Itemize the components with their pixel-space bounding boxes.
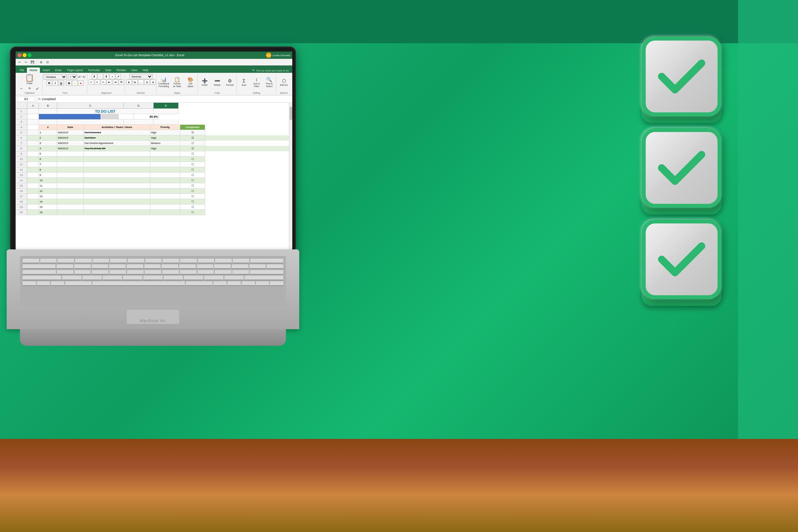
key[interactable] <box>180 270 196 274</box>
window-minimize-btn[interactable] <box>23 53 26 57</box>
key[interactable] <box>128 259 144 263</box>
sum-button[interactable]: Σ Sum <box>238 74 250 91</box>
cell-e11[interactable] <box>150 162 180 167</box>
font-name-select[interactable]: Verdana <box>43 74 67 79</box>
cell-b15[interactable]: 11 <box>39 183 57 189</box>
key[interactable] <box>197 264 213 269</box>
key[interactable] <box>127 264 143 269</box>
cell-f8[interactable]: ☑ <box>180 146 205 151</box>
fill-color-button[interactable]: A <box>72 80 77 86</box>
cell-a18[interactable] <box>27 199 39 205</box>
cell-b13[interactable]: 9 <box>39 173 57 178</box>
cell-b8[interactable]: 4 <box>39 146 57 151</box>
key[interactable] <box>109 264 126 269</box>
cell-f18[interactable]: ☐ <box>180 199 205 205</box>
key[interactable] <box>198 259 214 263</box>
cell-a10[interactable] <box>27 157 39 162</box>
key[interactable] <box>75 270 91 274</box>
font-size-select[interactable]: 9 <box>68 74 77 79</box>
key-backspace[interactable] <box>250 259 283 263</box>
format-as-table-button[interactable]: 📋 Format as Table <box>171 74 183 91</box>
laptop-screen[interactable]: Excel-To-Do-List-Template-Checklist_v1.x… <box>16 52 292 250</box>
key[interactable] <box>123 276 142 280</box>
key[interactable] <box>57 264 73 269</box>
cell-b7[interactable]: 3 <box>39 141 57 146</box>
cell-d14[interactable] <box>84 178 150 183</box>
key[interactable] <box>75 259 92 263</box>
cell-b20[interactable]: 16 <box>39 210 57 215</box>
increase-indent-btn[interactable]: ⇥ <box>113 79 118 85</box>
cell-f15[interactable]: ☐ <box>180 183 205 189</box>
cell-a17[interactable] <box>27 194 39 199</box>
cell-d17[interactable] <box>84 194 150 199</box>
cell-f19[interactable]: ☐ <box>180 205 205 210</box>
tab-review[interactable]: Review <box>114 68 129 73</box>
increase-decimal-btn[interactable]: .0 <box>144 79 150 85</box>
cell-f13[interactable]: ☐ <box>180 173 205 178</box>
key-fn[interactable] <box>37 281 50 286</box>
cell-b18[interactable]: 14 <box>39 199 57 205</box>
cell-e9[interactable] <box>150 151 180 157</box>
tab-help[interactable]: Help <box>140 68 151 73</box>
border-button[interactable]: ⊞ <box>66 80 72 86</box>
cell-c2-empty[interactable] <box>100 114 119 119</box>
redo-btn[interactable]: ↪ <box>23 59 28 65</box>
cell-a19[interactable] <box>27 205 39 210</box>
scroll-thumb[interactable] <box>290 107 292 120</box>
cell-c13[interactable] <box>57 173 84 178</box>
format-painter-button[interactable]: 🖌 <box>34 86 41 91</box>
cell-c12[interactable] <box>57 167 84 173</box>
cell-b16[interactable]: 12 <box>39 189 57 194</box>
cell-a2[interactable] <box>27 114 39 119</box>
key-cmd-l[interactable] <box>65 281 92 286</box>
key[interactable] <box>215 259 232 263</box>
key[interactable] <box>164 276 183 280</box>
save-btn[interactable]: 💾 <box>30 59 35 65</box>
merge-center-btn[interactable]: ⊡ <box>119 79 124 85</box>
touch-mode-btn[interactable]: ⊟ <box>45 59 50 65</box>
col-header-a[interactable]: A <box>27 103 39 109</box>
cell-d15[interactable] <box>84 183 150 189</box>
cell-d20[interactable] <box>84 210 150 215</box>
cell-e13[interactable] <box>150 173 180 178</box>
cell-b19[interactable]: 15 <box>39 205 57 210</box>
cell-c3[interactable] <box>57 119 124 125</box>
col-header-d[interactable]: D <box>124 103 154 109</box>
key-ctrl[interactable] <box>23 281 36 286</box>
cell-b4-hash[interactable]: # <box>39 125 57 130</box>
key[interactable] <box>180 259 197 263</box>
undo-btn[interactable]: ↩ <box>17 59 22 65</box>
cell-a15[interactable] <box>27 183 39 189</box>
window-maximize-btn[interactable] <box>27 53 32 57</box>
cell-f17[interactable]: ☐ <box>180 194 205 199</box>
cell-a1[interactable] <box>27 109 39 114</box>
cell-a13[interactable] <box>27 173 39 178</box>
formula-input[interactable] <box>42 96 291 102</box>
key-tab[interactable] <box>23 264 56 269</box>
addins-button[interactable]: ⬡ Add-ins <box>278 74 290 91</box>
cell-f9[interactable]: ☐ <box>180 151 205 157</box>
cell-a4[interactable] <box>27 125 39 130</box>
key-arrow-l[interactable] <box>227 281 241 286</box>
cell-d8[interactable]: Pay Electricity Bill <box>84 146 150 151</box>
cell-b14[interactable]: 10 <box>39 178 57 183</box>
cell-c17[interactable] <box>57 194 84 199</box>
tab-view[interactable]: View <box>128 68 140 73</box>
key[interactable] <box>204 276 224 280</box>
cell-b5[interactable]: 1 <box>39 130 57 135</box>
cell-c4-date[interactable]: Date <box>57 125 84 130</box>
key[interactable] <box>145 259 162 263</box>
key[interactable] <box>232 270 249 274</box>
bold-button[interactable]: B <box>46 80 52 86</box>
tab-home[interactable]: Home <box>27 68 40 73</box>
cell-d4-tasks[interactable]: Activities / Tasks / Items <box>84 125 150 130</box>
vertical-scrollbar[interactable] <box>289 103 292 250</box>
cell-b2-progress[interactable] <box>39 114 100 119</box>
key[interactable] <box>225 276 244 280</box>
cell-b3[interactable] <box>39 119 57 125</box>
cell-styles-button[interactable]: 🎨 Cell Styles <box>185 74 196 91</box>
cell-d18[interactable] <box>84 199 150 205</box>
align-center-btn[interactable]: ≡ <box>95 79 100 85</box>
key[interactable] <box>249 264 266 269</box>
cell-reference-input[interactable]: E4 <box>17 96 35 102</box>
